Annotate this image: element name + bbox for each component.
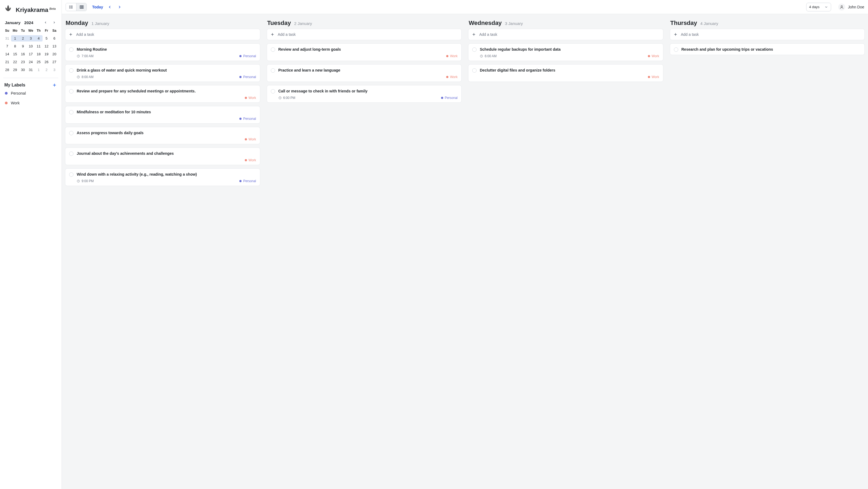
task-title: Call or message to check in with friends… [278, 89, 368, 94]
mini-calendar-day[interactable]: 22 [11, 59, 19, 65]
mini-calendar-dow: Th [35, 28, 42, 34]
label-name: Work [11, 101, 20, 105]
column-header: Thursday 4 January [670, 17, 865, 29]
label-row[interactable]: Work [3, 98, 58, 108]
prev-range-button[interactable] [107, 4, 113, 10]
avatar [838, 3, 845, 10]
next-range-button[interactable] [117, 4, 123, 10]
label-dot-icon [245, 138, 247, 141]
task-card[interactable]: Call or message to check in with friends… [267, 85, 462, 103]
mini-calendar-day[interactable]: 1 [35, 67, 42, 73]
mini-calendar-day[interactable]: 31 [27, 67, 35, 73]
task-label: Work [446, 75, 458, 79]
task-card[interactable]: Declutter digital files and organize fol… [468, 64, 663, 82]
board-view-button[interactable] [76, 3, 87, 11]
task-checkbox[interactable] [674, 48, 678, 52]
task-card[interactable]: Schedule regular backups for important d… [468, 43, 663, 61]
list-view-button[interactable] [66, 3, 76, 11]
task-label: Personal [239, 75, 256, 79]
task-card[interactable]: Research and plan for upcoming trips or … [670, 43, 865, 55]
mini-calendar-day[interactable]: 21 [3, 59, 11, 65]
mini-calendar-day[interactable]: 16 [19, 51, 27, 57]
mini-calendar-day[interactable]: 12 [42, 43, 51, 49]
add-task-input[interactable]: Add a task [670, 29, 865, 40]
mini-calendar-day[interactable]: 28 [3, 67, 11, 73]
add-label-button[interactable] [52, 83, 57, 88]
mini-calendar-day[interactable]: 31 [3, 35, 11, 41]
label-dot-icon [239, 76, 242, 78]
task-card[interactable]: Mindfulness or meditation for 10 minutes… [65, 106, 260, 124]
task-label: Work [446, 54, 458, 58]
today-button[interactable]: Today [92, 5, 103, 9]
mini-calendar-dow: We [27, 28, 35, 34]
mini-calendar-day[interactable]: 24 [27, 59, 35, 65]
mini-calendar-day[interactable]: 3 [51, 67, 58, 73]
clock-icon [77, 75, 80, 79]
task-checkbox[interactable] [69, 152, 73, 156]
mini-calendar-day[interactable]: 5 [42, 35, 51, 41]
mini-calendar-day[interactable]: 9 [19, 43, 27, 49]
mini-calendar-day[interactable]: 30 [19, 67, 27, 73]
svg-rect-9 [81, 5, 82, 8]
task-checkbox[interactable] [69, 110, 73, 114]
mini-calendar-prev[interactable] [43, 20, 48, 25]
add-task-input[interactable]: Add a task [65, 29, 260, 40]
plus-icon [472, 32, 476, 37]
mini-calendar-day[interactable]: 18 [35, 51, 42, 57]
task-card[interactable]: Review and prepare for any scheduled mee… [65, 85, 260, 103]
mini-calendar-day[interactable]: 1 [11, 35, 19, 41]
task-card[interactable]: Review and adjust long-term goals Work [267, 43, 462, 61]
task-checkbox[interactable] [69, 89, 73, 93]
add-task-input[interactable]: Add a task [468, 29, 663, 40]
mini-calendar-day[interactable]: 19 [42, 51, 51, 57]
mini-calendar-day[interactable]: 25 [35, 59, 42, 65]
mini-calendar-day[interactable]: 20 [51, 51, 58, 57]
task-card[interactable]: Wind down with a relaxing activity (e.g.… [65, 168, 260, 186]
sidebar: Kriyakrama Beta January 2024 SuMoTuWeThF… [0, 0, 62, 489]
task-checkbox[interactable] [69, 131, 73, 135]
add-task-placeholder: Add a task [681, 32, 699, 37]
task-card[interactable]: Drink a glass of water and quick morning… [65, 64, 260, 82]
task-checkbox[interactable] [472, 68, 476, 73]
task-checkbox[interactable] [472, 48, 476, 52]
mini-calendar-day[interactable]: 2 [42, 67, 51, 73]
task-card[interactable]: Practice and learn a new language Work [267, 64, 462, 82]
range-select[interactable]: 4 days [806, 3, 831, 11]
column-header: Tuesday 2 January [267, 17, 462, 29]
label-row[interactable]: Personal [3, 88, 58, 98]
mini-calendar-day[interactable]: 10 [27, 43, 35, 49]
task-checkbox[interactable] [69, 173, 73, 177]
mini-calendar-day[interactable]: 6 [51, 35, 58, 41]
user-chip[interactable]: John Doe [838, 3, 864, 10]
mini-calendar-day[interactable]: 2 [19, 35, 27, 41]
label-dot-icon [239, 180, 242, 182]
task-checkbox[interactable] [271, 89, 275, 93]
mini-calendar-day[interactable]: 27 [51, 59, 58, 65]
mini-calendar-day[interactable]: 14 [3, 51, 11, 57]
task-card[interactable]: Assess progress towards daily goals Work [65, 127, 260, 145]
mini-calendar-day[interactable]: 8 [11, 43, 19, 49]
task-checkbox[interactable] [271, 48, 275, 52]
mini-calendar-next[interactable] [52, 20, 57, 25]
mini-calendar-day[interactable]: 7 [3, 43, 11, 49]
clock-icon [480, 55, 483, 58]
mini-calendar-day[interactable]: 26 [42, 59, 51, 65]
mini-calendar-day[interactable]: 4 [35, 35, 42, 41]
mini-calendar-day[interactable]: 29 [11, 67, 19, 73]
mini-calendar-day[interactable]: 11 [35, 43, 42, 49]
task-label: Work [245, 96, 256, 100]
mini-calendar-day[interactable]: 3 [27, 35, 35, 41]
add-task-input[interactable]: Add a task [267, 29, 462, 40]
task-checkbox[interactable] [271, 68, 275, 73]
mini-calendar-day[interactable]: 17 [27, 51, 35, 57]
mini-calendar-day[interactable]: 15 [11, 51, 19, 57]
mini-calendar-day[interactable]: 23 [19, 59, 27, 65]
task-label: Work [245, 137, 256, 141]
mini-calendar-day[interactable]: 13 [51, 43, 58, 49]
label-dot-icon [5, 102, 8, 104]
task-card[interactable]: Journal about the day's achievements and… [65, 148, 260, 165]
task-checkbox[interactable] [69, 68, 73, 73]
task-checkbox[interactable] [69, 48, 73, 52]
label-dot-icon [245, 159, 247, 161]
task-card[interactable]: Morning Routine 7:00 AM Personal [65, 43, 260, 61]
